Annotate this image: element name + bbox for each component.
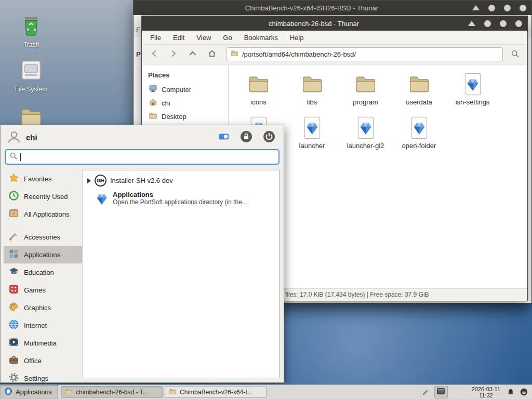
places-list: Computer chi Desktop <box>142 83 228 123</box>
address-bar[interactable]: /portsoft/amd64/chimbabench-26-bsd/ <box>226 47 503 61</box>
display-tray-button[interactable] <box>434 386 448 398</box>
window-title: chimbabench-26-bsd - Thunar <box>269 20 359 28</box>
forward-button[interactable] <box>166 47 181 62</box>
status-text: files: 17.0 KiB (17,434 bytes) | Free sp… <box>285 289 429 301</box>
menu-file[interactable]: File <box>150 34 161 42</box>
menu-view[interactable]: View <box>196 34 211 42</box>
search-box[interactable] <box>5 149 280 165</box>
file-item[interactable]: ish-settings <box>446 71 499 114</box>
desktop-icon[interactable]: File System <box>9 58 54 93</box>
filesystem-icon <box>19 58 43 84</box>
file-item[interactable]: program <box>339 71 392 114</box>
sidebar-place[interactable]: Computer <box>142 83 228 96</box>
folder-icon <box>231 49 238 59</box>
shade-button[interactable] <box>472 5 480 10</box>
chevron-up-icon <box>188 49 197 60</box>
file-label: program <box>353 98 378 106</box>
category-item[interactable]: Recently Used <box>4 188 82 205</box>
category-label: Multimedia <box>24 339 57 347</box>
category-item[interactable]: Graphics <box>4 299 82 316</box>
search-button[interactable] <box>508 47 522 62</box>
menu-bookmarks[interactable]: Bookmarks <box>244 34 278 42</box>
titlebar[interactable]: ChimbaBench-v26-x64-ISH26-BSD - Thunar <box>134 1 531 15</box>
maximize-button[interactable] <box>500 20 507 27</box>
sidebar-place[interactable]: Desktop <box>142 110 228 123</box>
taskbar-window-button[interactable]: ChimbaBench-v26-x64-I... <box>165 386 267 398</box>
indicator-icon[interactable] <box>520 388 528 396</box>
desktop-icon-label: File System <box>15 86 48 93</box>
category-item[interactable]: All Applications <box>4 205 82 223</box>
category-label: Settings <box>24 375 48 382</box>
taskbar-window-label: ChimbaBench-v26-x64-I... <box>180 389 252 396</box>
sidebar-place[interactable]: chi <box>142 96 228 110</box>
drawer-icon <box>8 208 19 220</box>
desktop-icon[interactable]: Trash <box>9 14 54 48</box>
close-button[interactable] <box>515 20 522 27</box>
result-installer-sh[interactable]: ISH Installer-SH v2.6 dev <box>86 173 276 188</box>
titlebar[interactable]: chimbabench-26-bsd - Thunar <box>142 16 527 31</box>
lock-screen-button[interactable] <box>240 130 252 144</box>
multimedia-icon <box>8 337 19 349</box>
category-item[interactable]: Accessories <box>4 228 82 246</box>
shade-button[interactable] <box>468 21 475 26</box>
file-item[interactable]: open-folder <box>392 114 446 158</box>
back-button[interactable] <box>147 47 162 62</box>
menu-item-peek: F <box>136 26 140 34</box>
places-header: Places <box>142 69 228 83</box>
menu-edit[interactable]: Edit <box>173 34 184 42</box>
file-item[interactable]: launcher <box>285 114 339 158</box>
address-text: /portsoft/amd64/chimbabench-26-bsd/ <box>242 50 356 58</box>
menu-body: Favorites Recently Used All Applications… <box>1 170 284 382</box>
category-item[interactable]: Internet <box>4 316 82 334</box>
menu-go[interactable]: Go <box>223 34 232 42</box>
bell-icon[interactable] <box>507 388 515 396</box>
category-item[interactable]: Multimedia <box>4 334 82 352</box>
category-item[interactable]: Education <box>4 263 82 281</box>
games-icon <box>8 284 19 296</box>
logout-button[interactable] <box>263 130 275 144</box>
category-item[interactable]: Applications <box>4 246 82 263</box>
file-item[interactable]: launcher-gl2 <box>339 114 392 158</box>
star-icon <box>8 172 19 185</box>
result-title: Applications <box>113 191 247 198</box>
file-item[interactable]: userdata <box>392 71 446 114</box>
search-input[interactable] <box>23 153 275 161</box>
diamond-file-icon <box>408 115 431 140</box>
menu-settings-toggle[interactable] <box>218 131 230 144</box>
category-label: Games <box>24 286 46 294</box>
menu-help[interactable]: Help <box>290 34 304 42</box>
category-item[interactable]: Settings <box>4 369 82 383</box>
category-separator <box>4 223 82 228</box>
applications-menu-button[interactable]: Applications <box>0 385 58 399</box>
expand-arrow-icon[interactable] <box>87 178 91 183</box>
clock-icon <box>8 190 19 203</box>
clock-date: 2026-03-11 <box>472 386 500 392</box>
maximize-button[interactable] <box>504 5 511 11</box>
home-button[interactable] <box>205 47 219 62</box>
diamond-file-icon <box>301 115 324 140</box>
category-label: Office <box>24 357 42 365</box>
category-item[interactable]: Office <box>4 352 82 369</box>
menu-toggle-icon <box>218 131 230 144</box>
clock[interactable]: 2026-03-11 11:32 <box>472 386 500 398</box>
pencil-icon[interactable] <box>422 389 429 396</box>
diamond-file-icon <box>461 72 484 97</box>
window-buttons: chimbabench-26-bsd - T... ChimbaBench-v2… <box>61 386 267 398</box>
avatar[interactable] <box>7 130 21 144</box>
category-label: Graphics <box>24 304 51 312</box>
close-button[interactable] <box>520 5 526 11</box>
category-label: Education <box>24 269 54 276</box>
file-item[interactable]: libs <box>285 71 339 114</box>
result-title: Installer-SH v2.6 dev <box>110 177 173 184</box>
taskbar-window-label: chimbabench-26-bsd - T... <box>76 389 148 396</box>
minimize-button[interactable] <box>484 20 491 27</box>
minimize-button[interactable] <box>488 5 495 11</box>
category-item[interactable]: Favorites <box>4 170 82 188</box>
file-item[interactable]: icons <box>232 71 285 114</box>
up-button[interactable] <box>185 47 200 62</box>
taskbar-window-button[interactable]: chimbabench-26-bsd - T... <box>61 386 163 398</box>
category-item[interactable]: Games <box>4 281 82 299</box>
display-icon <box>436 387 445 397</box>
results-panel: ISH Installer-SH v2.6 dev Applications O… <box>83 170 280 378</box>
result-applications[interactable]: Applications Open the PortSoft applicati… <box>86 189 276 210</box>
